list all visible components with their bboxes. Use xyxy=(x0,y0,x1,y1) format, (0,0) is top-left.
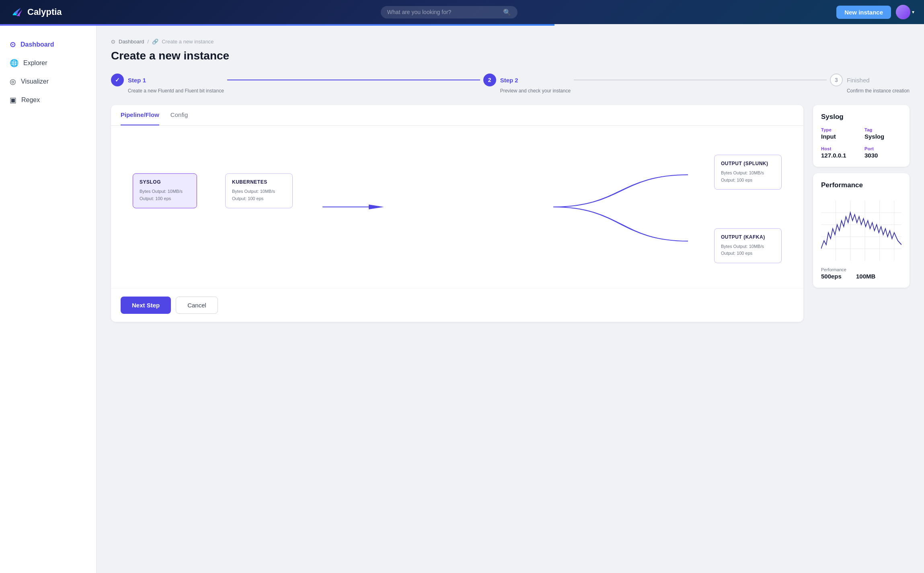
cancel-button[interactable]: Cancel xyxy=(176,297,218,314)
pipeline-area: SYSLOG Bytes Output: 10MB/s Output: 100 … xyxy=(111,126,803,288)
new-instance-button[interactable]: New instance xyxy=(836,6,891,19)
kafka-bytes: Bytes Output: 10MB/s xyxy=(721,243,775,250)
perf-mb-value: 100MB xyxy=(856,273,875,280)
syslog-port-field: Port 3030 xyxy=(864,146,901,159)
step-1-desc: Create a new Fluentd and Fluent bit inst… xyxy=(128,88,224,94)
topnav-actions: New instance ▾ xyxy=(836,5,914,19)
perf-mb-field: 100MB xyxy=(856,267,875,280)
syslog-type-field: Type Input xyxy=(821,127,858,140)
step-2-circle: 2 xyxy=(483,74,496,86)
visualizer-icon: ◎ xyxy=(10,77,16,86)
syslog-bytes: Bytes Output: 10MB/s xyxy=(140,188,190,195)
syslog-port-label: Port xyxy=(864,146,901,151)
flow-node-kubernetes[interactable]: KUBERNETES Bytes Output: 10MB/s Output: … xyxy=(225,173,293,208)
kafka-node-title: OUTPUT (KAFKA) xyxy=(721,234,775,240)
sidebar-item-label: Explorer xyxy=(23,59,47,67)
syslog-eps: Output: 100 eps xyxy=(140,195,190,203)
step-2-desc: Preview and check your instance xyxy=(500,88,571,94)
kubernetes-bytes: Bytes Output: 10MB/s xyxy=(232,188,286,195)
breadcrumb-separator: / xyxy=(148,39,149,45)
syslog-tag-label: Tag xyxy=(864,127,901,132)
regex-icon: ▣ xyxy=(10,96,16,104)
step-1-header: ✓ Step 1 xyxy=(111,74,146,86)
chevron-down-icon: ▾ xyxy=(912,9,914,15)
main-card: Pipeline/Flow Config xyxy=(111,105,803,322)
syslog-card-title: Syslog xyxy=(821,113,901,121)
sidebar-item-label: Visualizer xyxy=(21,78,49,85)
content-row: Pipeline/Flow Config xyxy=(111,105,910,322)
topnav: Calyptia 🔍 New instance ▾ xyxy=(0,0,924,24)
perf-eps-label: Performance xyxy=(821,267,846,272)
flow-node-syslog[interactable]: SYSLOG Bytes Output: 10MB/s Output: 100 … xyxy=(133,173,197,208)
sidebar-item-visualizer[interactable]: ◎ Visualizer xyxy=(0,72,96,91)
performance-card: Performance xyxy=(813,173,910,288)
app-name: Calyptia xyxy=(27,7,62,17)
avatar xyxy=(896,5,910,19)
breadcrumb-home[interactable]: Dashboard xyxy=(119,39,144,45)
sidebar-item-label: Regex xyxy=(21,96,40,104)
performance-chart xyxy=(821,201,901,261)
perf-mb-label xyxy=(856,267,875,272)
next-step-button[interactable]: Next Step xyxy=(121,297,171,314)
step-3: 3 Finished Confirm the instance creation xyxy=(830,74,910,94)
flow-canvas: SYSLOG Bytes Output: 10MB/s Output: 100 … xyxy=(121,139,794,275)
splunk-bytes: Bytes Output: 10MB/s xyxy=(721,170,775,177)
syslog-info-grid: Type Input Tag Syslog Host 127.0.0.1 P xyxy=(821,127,901,159)
step-line-2 xyxy=(574,80,827,80)
syslog-tag-field: Tag Syslog xyxy=(864,127,901,140)
sidebar: ⊙ Dashboard 🌐 Explorer ◎ Visualizer ▣ Re… xyxy=(0,26,97,573)
steps-container: ✓ Step 1 Create a new Fluentd and Fluent… xyxy=(111,74,910,94)
splunk-eps: Output: 100 eps xyxy=(721,177,775,184)
user-avatar-wrap[interactable]: ▾ xyxy=(896,5,914,19)
step-line-1 xyxy=(227,80,480,80)
syslog-type-label: Type xyxy=(821,127,858,132)
step-3-circle: 3 xyxy=(830,74,843,86)
breadcrumb: ⊙ Dashboard / 🔗 Create a new instance xyxy=(111,39,910,45)
search-icon: 🔍 xyxy=(503,8,511,16)
syslog-host-label: Host xyxy=(821,146,858,151)
app-logo: Calyptia xyxy=(10,5,62,19)
sidebar-item-label: Dashboard xyxy=(21,41,54,48)
syslog-tag-value: Syslog xyxy=(864,133,901,140)
syslog-port-value: 3030 xyxy=(864,152,901,159)
syslog-host-value: 127.0.0.1 xyxy=(821,152,858,159)
syslog-info-card: Syslog Type Input Tag Syslog Host 127.0. xyxy=(813,105,910,167)
search-input[interactable] xyxy=(387,9,500,15)
avatar-image xyxy=(896,5,910,19)
splunk-node-title: OUTPUT (SPLUNK) xyxy=(721,161,775,166)
page-title: Create a new instance xyxy=(111,49,910,62)
syslog-host-field: Host 127.0.0.1 xyxy=(821,146,858,159)
card-actions: Next Step Cancel xyxy=(111,288,803,322)
syslog-type-value: Input xyxy=(821,133,858,140)
breadcrumb-icon: ⊙ xyxy=(111,39,115,45)
tab-config[interactable]: Config xyxy=(170,105,188,125)
flow-node-splunk[interactable]: OUTPUT (SPLUNK) Bytes Output: 10MB/s Out… xyxy=(714,155,782,190)
step-2-label: Step 2 xyxy=(500,77,518,84)
kubernetes-node-title: KUBERNETES xyxy=(232,179,286,185)
search-container: 🔍 xyxy=(62,6,837,18)
sidebar-item-dashboard[interactable]: ⊙ Dashboard xyxy=(0,35,96,54)
step-3-label: Finished xyxy=(847,77,870,84)
breadcrumb-icon2: 🔗 xyxy=(152,39,158,45)
sidebar-item-regex[interactable]: ▣ Regex xyxy=(0,91,96,109)
step-1-circle: ✓ xyxy=(111,74,124,86)
layout: ⊙ Dashboard 🌐 Explorer ◎ Visualizer ▣ Re… xyxy=(0,26,924,573)
kafka-eps: Output: 100 eps xyxy=(721,250,775,257)
step-2-header: 2 Step 2 xyxy=(483,74,518,86)
flow-svg xyxy=(121,139,794,275)
search-box[interactable]: 🔍 xyxy=(381,6,517,18)
syslog-node-title: SYSLOG xyxy=(140,179,190,185)
breadcrumb-current: Create a new instance xyxy=(162,39,214,45)
sidebar-item-explorer[interactable]: 🌐 Explorer xyxy=(0,54,96,72)
step-3-desc: Confirm the instance creation xyxy=(847,88,910,94)
performance-card-title: Performance xyxy=(821,181,901,189)
tab-pipeline[interactable]: Pipeline/Flow xyxy=(121,105,159,125)
flow-node-kafka[interactable]: OUTPUT (KAFKA) Bytes Output: 10MB/s Outp… xyxy=(714,228,782,263)
perf-eps-field: Performance 500eps xyxy=(821,267,846,280)
explorer-icon: 🌐 xyxy=(10,59,18,68)
dashboard-icon: ⊙ xyxy=(10,40,16,49)
step-3-header: 3 Finished xyxy=(830,74,870,86)
performance-stats: Performance 500eps 100MB xyxy=(821,267,901,280)
tabs: Pipeline/Flow Config xyxy=(111,105,803,126)
logo-icon xyxy=(10,5,24,19)
